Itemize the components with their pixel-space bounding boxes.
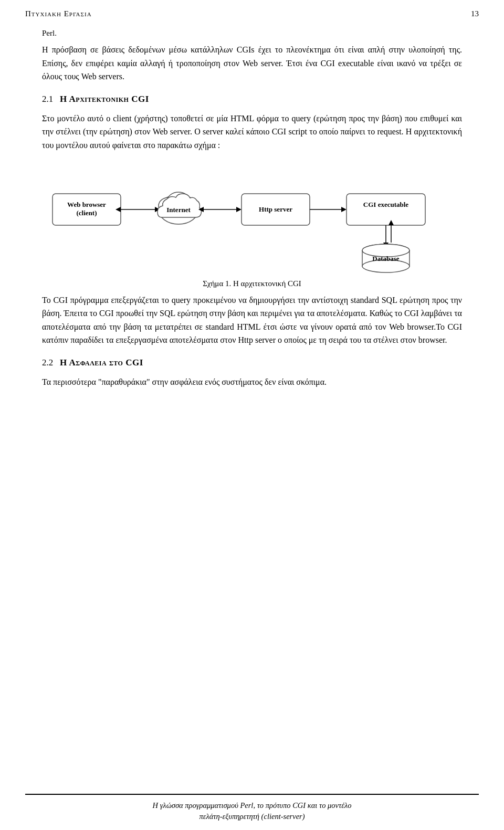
cgi-diagram: Web browser (client) Internet bbox=[42, 165, 462, 288]
svg-text:CGI executable: CGI executable bbox=[363, 201, 409, 208]
section-21-heading: 2.1 Η Αρχιτεκτονικη CGI bbox=[42, 94, 462, 104]
svg-text:Database: Database bbox=[372, 255, 400, 262]
svg-text:Web browser: Web browser bbox=[67, 201, 106, 208]
svg-text:(client): (client) bbox=[77, 209, 97, 217]
footer-text: Η γλώσσα προγραμματισμού Perl, το πρότυπ… bbox=[25, 800, 479, 823]
svg-text:Internet: Internet bbox=[166, 206, 191, 214]
paragraph-2: Στο μοντέλο αυτό ο client (χρήστης) τοπο… bbox=[42, 112, 462, 152]
intro-label: Perl. bbox=[42, 29, 462, 38]
svg-rect-22 bbox=[346, 194, 425, 225]
diagram-caption-text: Σχήμα 1. Η αρχιτεκτονική CGI bbox=[203, 279, 301, 288]
main-content: Perl. Η πρόσβαση σε βάσεις δεδομένων μέσ… bbox=[0, 24, 504, 794]
section-21-num: 2.1 bbox=[42, 94, 53, 104]
diagram-svg: Web browser (client) Internet bbox=[47, 165, 457, 275]
page: Πτυχιακη Εργασια 13 Perl. Η πρόσβαση σε … bbox=[0, 0, 504, 830]
footer-line2: πελάτη-εξυπηρετητή (client-server) bbox=[199, 812, 304, 821]
header-title: Πτυχιακη Εργασια bbox=[25, 9, 92, 18]
section-22-heading: 2.2 Η Ασφαλεια στο CGI bbox=[42, 358, 462, 368]
section-22-title: Η Ασφαλεια στο CGI bbox=[60, 358, 143, 367]
footer-line1: Η γλώσσα προγραμματισμού Perl, το πρότυπ… bbox=[153, 801, 352, 810]
footer-line2-text: πελάτη-εξυπηρετητή (client-server) bbox=[199, 812, 304, 821]
svg-text:Http server: Http server bbox=[259, 205, 292, 213]
paragraph-1: Η πρόσβαση σε βάσεις δεδομένων μέσω κατά… bbox=[42, 43, 462, 83]
page-header: Πτυχιακη Εργασια 13 bbox=[0, 0, 504, 24]
paragraph-4: Τα περισσότερα "παραθυράκια" στην ασφάλε… bbox=[42, 375, 462, 389]
page-footer: Η γλώσσα προγραμματισμού Perl, το πρότυπ… bbox=[25, 794, 479, 831]
section-22-num: 2.2 bbox=[42, 358, 53, 367]
svg-marker-21 bbox=[341, 207, 346, 212]
diagram-caption: Σχήμα 1. Η αρχιτεκτονική CGI bbox=[203, 279, 301, 288]
header-page-number: 13 bbox=[471, 9, 479, 18]
svg-marker-16 bbox=[236, 207, 242, 212]
paragraph-3: Το CGI πρόγραμμα επεξεργάζεται το query … bbox=[42, 293, 462, 347]
section-21-title: Η Αρχιτεκτονικη CGI bbox=[60, 94, 149, 104]
